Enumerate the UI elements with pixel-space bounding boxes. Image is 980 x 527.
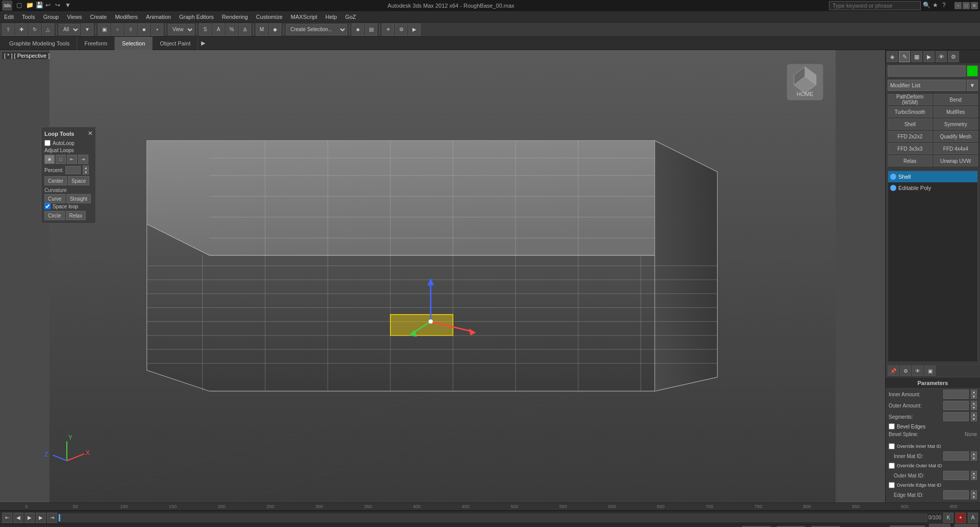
undo-icon[interactable]: ↩ — [45, 2, 54, 10]
new-icon[interactable]: ▢ — [16, 2, 24, 10]
create-selection-dropdown[interactable]: Create Selection... — [286, 24, 347, 35]
turbosmooth-btn[interactable]: TurboSmooth — [888, 106, 933, 117]
view-dropdown[interactable]: View — [168, 24, 194, 35]
loop-mode-4-btn[interactable]: ⇥ — [78, 155, 88, 164]
tab-display[interactable]: 👁 — [936, 51, 947, 62]
segments-input[interactable]: 4 — [943, 412, 969, 421]
percent-snap-btn[interactable]: % — [226, 23, 238, 36]
curve-btn[interactable]: Curve — [44, 194, 65, 203]
set-key-btn[interactable]: + — [955, 513, 966, 523]
tab-selection[interactable]: Selection — [115, 37, 153, 50]
scale-btn[interactable]: △ — [42, 23, 54, 36]
space-btn[interactable]: Space — [68, 176, 89, 185]
stack-pin-btn[interactable]: 📌 — [888, 366, 899, 376]
outer-amount-up[interactable]: ▲ — [971, 401, 977, 405]
spinner-snap-btn[interactable]: ∆ — [239, 23, 251, 36]
shell-btn[interactable]: Shell — [888, 118, 933, 130]
stack-settings-btn[interactable]: ⚙ — [900, 366, 911, 376]
save-icon[interactable]: 💾 — [36, 2, 44, 10]
inner-mat-up[interactable]: ▲ — [971, 451, 977, 456]
tab-more[interactable]: ▶ — [198, 40, 208, 46]
more-icon[interactable]: ▼ — [65, 2, 73, 10]
filter-dropdown[interactable]: All — [59, 24, 80, 35]
rotate-btn[interactable]: ↻ — [29, 23, 41, 36]
menu-modifiers[interactable]: Modifiers — [115, 14, 138, 20]
maximize-button[interactable]: □ — [963, 2, 970, 9]
search-icon[interactable]: 🔍 — [923, 2, 931, 10]
menu-views[interactable]: Views — [67, 14, 82, 20]
stack-show-world-btn[interactable]: ▣ — [924, 366, 936, 376]
snap-btn[interactable]: S — [199, 23, 211, 36]
select-filter-btn[interactable]: ▼ — [81, 23, 93, 36]
menu-edit[interactable]: Edit — [4, 14, 14, 20]
inner-mat-id-input[interactable]: 1 — [943, 451, 969, 461]
move-btn[interactable]: ✚ — [15, 23, 28, 36]
outer-amount-down[interactable]: ▼ — [971, 405, 977, 410]
relax-mod-btn[interactable]: Relax — [888, 155, 933, 166]
edge-mat-up[interactable]: ▲ — [971, 490, 977, 495]
tab-utilities[interactable]: ⚙ — [948, 51, 959, 62]
time-track[interactable] — [58, 514, 927, 522]
object-name-input[interactable]: base Shell — [888, 65, 966, 77]
track-view-btn[interactable]: ■ — [352, 23, 364, 36]
search-input[interactable] — [829, 1, 921, 10]
symmetry-btn[interactable]: Symmetry — [934, 118, 978, 130]
percent-input[interactable]: 5 — [65, 166, 81, 174]
edge-mat-id-input[interactable]: 1 — [943, 490, 969, 499]
center-btn[interactable]: Center — [44, 176, 67, 185]
ffd3x3x3-btn[interactable]: FFD 3x3x3 — [888, 143, 933, 154]
rect-select-btn[interactable]: ▣ — [98, 23, 110, 36]
tab-object-paint[interactable]: Object Paint — [153, 37, 198, 50]
schematic-btn[interactable]: ▤ — [365, 23, 377, 36]
segments-down[interactable]: ▼ — [971, 417, 977, 421]
auto-key-btn[interactable]: A — [968, 513, 978, 523]
edge-mat-down[interactable]: ▼ — [971, 495, 977, 499]
ffd2x2x2-btn[interactable]: FFD 2x2x2 — [888, 131, 933, 142]
set-k-btn[interactable]: Set K... — [929, 524, 951, 528]
goto-end-btn[interactable]: ⇥ — [47, 513, 57, 523]
minimize-button[interactable]: − — [954, 2, 962, 9]
stack-item-editable-poly[interactable]: Editable Poly — [888, 182, 977, 194]
override-edge-checkbox[interactable] — [889, 482, 895, 488]
loop-mode-3-btn[interactable]: ⇤ — [67, 155, 77, 164]
key-mode-btn[interactable]: K — [943, 513, 953, 523]
tab-motion[interactable]: ▶ — [923, 51, 935, 62]
goto-start-btn[interactable]: ⇤ — [2, 513, 12, 523]
open-icon[interactable]: 📁 — [26, 2, 34, 10]
loop-mode-1-btn[interactable]: ■ — [44, 155, 55, 164]
menu-rendering[interactable]: Rendering — [222, 14, 248, 20]
inner-mat-down[interactable]: ▼ — [971, 456, 977, 461]
material-btn[interactable]: ☀ — [382, 23, 394, 36]
inner-amount-input[interactable]: 0.0" — [943, 390, 969, 399]
angle-snap-btn[interactable]: A — [212, 23, 225, 36]
loop-mode-2-btn[interactable]: □ — [56, 155, 66, 164]
tab-freeform[interactable]: Freeform — [77, 37, 115, 50]
viewport[interactable]: [ * ] [ Perspective ][ Smooth + Highligh… — [0, 50, 885, 502]
percent-up-btn[interactable]: ▲ — [83, 165, 89, 170]
outer-mat-id-input[interactable]: 2 — [943, 471, 969, 480]
auto-loop-checkbox[interactable] — [44, 140, 51, 146]
outer-mat-down[interactable]: ▼ — [971, 475, 977, 480]
align-btn[interactable]: ◆ — [269, 23, 281, 36]
selection-mode-dropdown[interactable]: Selected — [890, 525, 925, 528]
bend-btn[interactable]: Bend — [934, 94, 978, 105]
favorites-icon[interactable]: ★ — [933, 2, 941, 10]
tab-graphite-modeling[interactable]: Graphite Modeling Tools — [2, 37, 77, 50]
render-btn[interactable]: ▶ — [408, 23, 421, 36]
menu-group[interactable]: Group — [43, 14, 59, 20]
mirror-btn[interactable]: M — [256, 23, 268, 36]
next-frame-btn[interactable]: ▶ — [36, 513, 46, 523]
bevel-edges-checkbox[interactable] — [889, 423, 895, 429]
select-btn[interactable]: ⇧ — [2, 23, 14, 36]
object-color-swatch[interactable] — [967, 65, 978, 77]
tab-create[interactable]: ◈ — [887, 51, 898, 62]
unwrap-btn[interactable]: Unwrap UVW — [934, 155, 978, 166]
play-btn[interactable]: ▶ — [24, 513, 35, 523]
stack-item-shell[interactable]: Shell — [888, 171, 977, 182]
menu-maxscript[interactable]: MAXScript — [291, 14, 317, 20]
menu-create[interactable]: Create — [90, 14, 107, 20]
inner-amount-down[interactable]: ▼ — [971, 394, 977, 399]
percent-down-btn[interactable]: ▼ — [83, 170, 89, 175]
redo-icon[interactable]: ↪ — [55, 2, 63, 10]
ffd4x4x4-btn[interactable]: FFD 4x4x4 — [934, 143, 978, 154]
